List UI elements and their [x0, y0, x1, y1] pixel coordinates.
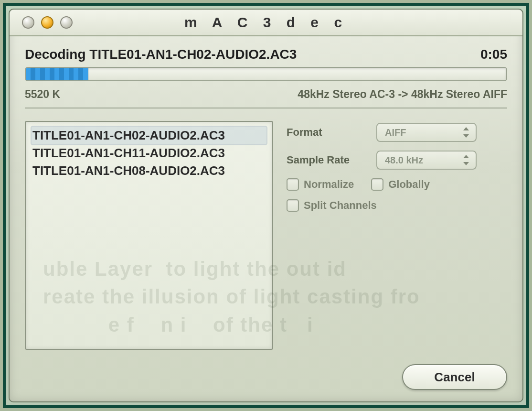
- split-channels-label: Split Channels: [304, 199, 377, 212]
- sample-rate-select[interactable]: 48.0 kHz: [376, 151, 477, 170]
- normalize-label: Normalize: [304, 178, 354, 191]
- list-item[interactable]: TITLE01-AN1-CH08-AUDIO2.AC3: [32, 162, 266, 180]
- checkbox-icon: [287, 199, 299, 212]
- window-controls: [10, 16, 73, 29]
- app-window: m A C 3 d e c Decoding TITLE01-AN1-CH02-…: [9, 9, 523, 402]
- sample-rate-label: Sample Rate: [287, 154, 368, 166]
- chevron-updown-icon: [461, 154, 471, 166]
- window-title: m A C 3 d e c: [10, 14, 522, 31]
- progress-fill: [26, 68, 88, 80]
- conversion-info: 48kHz Stereo AC-3 -> 48kHz Stereo AIFF: [298, 88, 507, 101]
- cancel-button[interactable]: Cancel: [402, 364, 507, 390]
- elapsed-time: 0:05: [480, 47, 507, 62]
- file-size: 5520 K: [25, 88, 60, 101]
- file-list[interactable]: TITLE01-AN1-CH02-AUDIO2.AC3 TITLE01-AN1-…: [25, 121, 273, 350]
- checkbox-icon: [287, 178, 299, 191]
- sample-rate-value: 48.0 kHz: [385, 155, 423, 166]
- list-item[interactable]: TITLE01-AN1-CH11-AUDIO2.AC3: [32, 144, 266, 162]
- format-value: AIFF: [385, 127, 406, 138]
- split-channels-checkbox[interactable]: Split Channels: [287, 199, 377, 212]
- titlebar: m A C 3 d e c: [10, 10, 522, 36]
- globally-label: Globally: [388, 178, 430, 191]
- progress-bar: [25, 67, 507, 81]
- checkbox-icon: [371, 178, 383, 191]
- format-label: Format: [287, 126, 368, 139]
- normalize-checkbox[interactable]: Normalize: [287, 178, 354, 191]
- globally-checkbox[interactable]: Globally: [371, 178, 430, 191]
- close-icon[interactable]: [22, 16, 34, 29]
- format-select[interactable]: AIFF: [376, 123, 477, 142]
- chevron-updown-icon: [461, 126, 471, 139]
- zoom-icon[interactable]: [60, 16, 73, 29]
- minimize-icon[interactable]: [41, 16, 53, 29]
- options-panel: Format AIFF Sample Rate 48.0 kHz: [287, 121, 507, 350]
- list-item[interactable]: TITLE01-AN1-CH02-AUDIO2.AC3: [32, 127, 266, 144]
- status-label: Decoding TITLE01-AN1-CH02-AUDIO2.AC3: [25, 47, 297, 62]
